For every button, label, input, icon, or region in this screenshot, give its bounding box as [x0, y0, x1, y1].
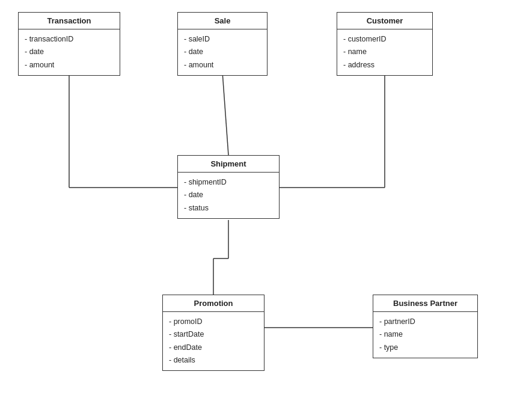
field-amount-transaction: - amount: [25, 59, 114, 72]
field-date-transaction: - date: [25, 46, 114, 58]
field-transactionID: - transactionID: [25, 33, 114, 46]
entity-customer-title: Customer: [337, 13, 432, 29]
entity-sale: Sale - saleID - date - amount: [177, 12, 268, 76]
entity-shipment-body: - shipmentID - date - status: [178, 173, 279, 218]
field-saleID: - saleID: [184, 33, 261, 46]
entity-promotion: Promotion - promoID - startDate - endDat…: [162, 295, 264, 371]
entity-transaction-body: - transactionID - date - amount: [19, 29, 120, 75]
field-date-shipment: - date: [184, 189, 273, 201]
field-date-sale: - date: [184, 46, 261, 58]
field-address: - address: [343, 59, 426, 72]
entity-promotion-body: - promoID - startDate - endDate - detail…: [163, 312, 264, 370]
field-amount-sale: - amount: [184, 59, 261, 72]
field-partnerID: - partnerID: [379, 316, 471, 328]
entity-business-partner-body: - partnerID - name - type: [373, 312, 477, 358]
field-endDate: - endDate: [169, 341, 258, 354]
entity-transaction-title: Transaction: [19, 13, 120, 29]
entity-promotion-title: Promotion: [163, 295, 264, 312]
field-type: - type: [379, 341, 471, 354]
entity-customer: Customer - customerID - name - address: [337, 12, 433, 76]
entity-shipment-title: Shipment: [178, 156, 279, 173]
entity-business-partner-title: Business Partner: [373, 295, 477, 312]
entity-shipment: Shipment - shipmentID - date - status: [177, 155, 280, 219]
entity-transaction: Transaction - transactionID - date - amo…: [18, 12, 120, 76]
field-status: - status: [184, 202, 273, 215]
entity-sale-title: Sale: [178, 13, 267, 29]
entity-customer-body: - customerID - name - address: [337, 29, 432, 75]
field-shipmentID: - shipmentID: [184, 176, 273, 189]
diagram-container: Transaction - transactionID - date - amo…: [0, 0, 532, 419]
field-customerID: - customerID: [343, 33, 426, 46]
entity-business-partner: Business Partner - partnerID - name - ty…: [373, 295, 478, 358]
entity-sale-body: - saleID - date - amount: [178, 29, 267, 75]
field-details: - details: [169, 354, 258, 367]
field-name-partner: - name: [379, 328, 471, 341]
field-name-customer: - name: [343, 46, 426, 58]
svg-line-2: [222, 72, 228, 155]
field-promoID: - promoID: [169, 316, 258, 328]
field-startDate: - startDate: [169, 328, 258, 341]
